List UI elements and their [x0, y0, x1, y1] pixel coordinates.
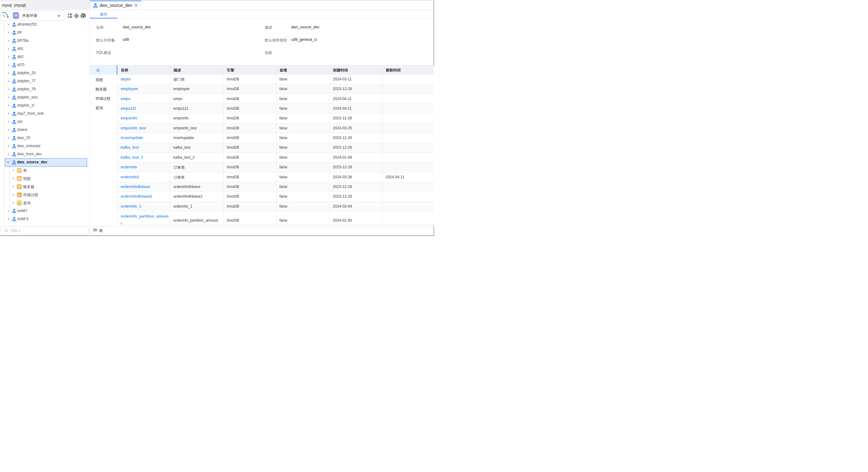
svg-text:fx: fx	[18, 193, 20, 196]
